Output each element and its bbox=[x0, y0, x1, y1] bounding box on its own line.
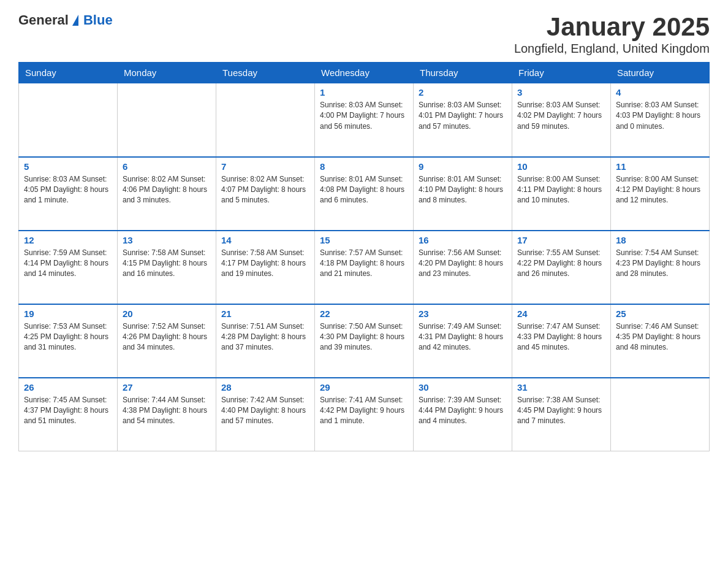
day-cell: 8Sunrise: 8:01 AM Sunset: 4:08 PM Daylig… bbox=[315, 157, 414, 231]
day-info: Sunrise: 8:03 AM Sunset: 4:02 PM Dayligh… bbox=[517, 100, 605, 132]
day-number: 1 bbox=[320, 87, 408, 98]
day-cell: 21Sunrise: 7:51 AM Sunset: 4:28 PM Dayli… bbox=[216, 304, 315, 378]
header-row: SundayMondayTuesdayWednesdayThursdayFrid… bbox=[19, 63, 710, 83]
day-info: Sunrise: 8:01 AM Sunset: 4:08 PM Dayligh… bbox=[320, 174, 408, 206]
day-cell: 28Sunrise: 7:42 AM Sunset: 4:40 PM Dayli… bbox=[216, 378, 315, 451]
week-row-2: 5Sunrise: 8:03 AM Sunset: 4:05 PM Daylig… bbox=[19, 157, 710, 231]
day-cell: 31Sunrise: 7:38 AM Sunset: 4:45 PM Dayli… bbox=[512, 378, 611, 451]
day-cell: 10Sunrise: 8:00 AM Sunset: 4:11 PM Dayli… bbox=[512, 157, 611, 231]
day-info: Sunrise: 7:58 AM Sunset: 4:17 PM Dayligh… bbox=[221, 248, 309, 280]
page-header: General Blue January 2025 Longfield, Eng… bbox=[18, 12, 710, 56]
day-cell bbox=[19, 83, 118, 157]
calendar-header: SundayMondayTuesdayWednesdayThursdayFrid… bbox=[19, 63, 710, 83]
day-info: Sunrise: 7:45 AM Sunset: 4:37 PM Dayligh… bbox=[24, 395, 112, 427]
day-number: 7 bbox=[221, 161, 309, 172]
day-cell: 2Sunrise: 8:03 AM Sunset: 4:01 PM Daylig… bbox=[414, 83, 512, 157]
day-info: Sunrise: 8:03 AM Sunset: 4:00 PM Dayligh… bbox=[320, 100, 408, 132]
header-cell-friday: Friday bbox=[512, 63, 611, 83]
day-info: Sunrise: 8:02 AM Sunset: 4:07 PM Dayligh… bbox=[221, 174, 309, 206]
day-cell: 14Sunrise: 7:58 AM Sunset: 4:17 PM Dayli… bbox=[216, 231, 315, 304]
day-info: Sunrise: 7:54 AM Sunset: 4:23 PM Dayligh… bbox=[616, 248, 704, 280]
calendar-table: SundayMondayTuesdayWednesdayThursdayFrid… bbox=[18, 62, 710, 451]
day-info: Sunrise: 7:55 AM Sunset: 4:22 PM Dayligh… bbox=[517, 248, 605, 280]
day-number: 14 bbox=[221, 235, 309, 245]
day-info: Sunrise: 7:56 AM Sunset: 4:20 PM Dayligh… bbox=[419, 248, 507, 280]
day-cell: 25Sunrise: 7:46 AM Sunset: 4:35 PM Dayli… bbox=[611, 304, 710, 378]
week-row-3: 12Sunrise: 7:59 AM Sunset: 4:14 PM Dayli… bbox=[19, 231, 710, 304]
logo: General Blue bbox=[18, 12, 113, 28]
header-cell-tuesday: Tuesday bbox=[216, 63, 315, 83]
day-cell: 9Sunrise: 8:01 AM Sunset: 4:10 PM Daylig… bbox=[414, 157, 512, 231]
day-number: 21 bbox=[221, 308, 309, 319]
day-number: 2 bbox=[419, 87, 507, 98]
day-info: Sunrise: 7:59 AM Sunset: 4:14 PM Dayligh… bbox=[24, 248, 112, 280]
day-cell: 7Sunrise: 8:02 AM Sunset: 4:07 PM Daylig… bbox=[216, 157, 315, 231]
day-number: 30 bbox=[419, 382, 507, 393]
day-number: 24 bbox=[517, 308, 605, 319]
calendar-body: 1Sunrise: 8:03 AM Sunset: 4:00 PM Daylig… bbox=[19, 83, 710, 451]
day-number: 8 bbox=[320, 161, 408, 172]
day-info: Sunrise: 7:46 AM Sunset: 4:35 PM Dayligh… bbox=[616, 321, 704, 353]
day-cell: 11Sunrise: 8:00 AM Sunset: 4:12 PM Dayli… bbox=[611, 157, 710, 231]
calendar-title: January 2025 bbox=[514, 12, 710, 42]
day-number: 17 bbox=[517, 235, 605, 245]
day-number: 26 bbox=[24, 382, 112, 393]
day-cell: 5Sunrise: 8:03 AM Sunset: 4:05 PM Daylig… bbox=[19, 157, 118, 231]
day-info: Sunrise: 8:03 AM Sunset: 4:01 PM Dayligh… bbox=[419, 100, 507, 132]
day-cell: 15Sunrise: 7:57 AM Sunset: 4:18 PM Dayli… bbox=[315, 231, 414, 304]
day-cell: 13Sunrise: 7:58 AM Sunset: 4:15 PM Dayli… bbox=[118, 231, 216, 304]
week-row-5: 26Sunrise: 7:45 AM Sunset: 4:37 PM Dayli… bbox=[19, 378, 710, 451]
day-number: 31 bbox=[517, 382, 605, 393]
day-number: 9 bbox=[419, 161, 507, 172]
day-cell: 4Sunrise: 8:03 AM Sunset: 4:03 PM Daylig… bbox=[611, 83, 710, 157]
day-number: 22 bbox=[320, 308, 408, 319]
day-info: Sunrise: 7:41 AM Sunset: 4:42 PM Dayligh… bbox=[320, 395, 408, 427]
day-cell: 17Sunrise: 7:55 AM Sunset: 4:22 PM Dayli… bbox=[512, 231, 611, 304]
day-info: Sunrise: 7:53 AM Sunset: 4:25 PM Dayligh… bbox=[24, 321, 112, 353]
day-info: Sunrise: 7:44 AM Sunset: 4:38 PM Dayligh… bbox=[123, 395, 211, 427]
day-cell: 18Sunrise: 7:54 AM Sunset: 4:23 PM Dayli… bbox=[611, 231, 710, 304]
day-cell: 20Sunrise: 7:52 AM Sunset: 4:26 PM Dayli… bbox=[118, 304, 216, 378]
day-info: Sunrise: 7:42 AM Sunset: 4:40 PM Dayligh… bbox=[221, 395, 309, 427]
day-number: 15 bbox=[320, 235, 408, 245]
calendar-subtitle: Longfield, England, United Kingdom bbox=[514, 42, 710, 56]
header-cell-thursday: Thursday bbox=[414, 63, 512, 83]
day-cell: 6Sunrise: 8:02 AM Sunset: 4:06 PM Daylig… bbox=[118, 157, 216, 231]
day-cell: 24Sunrise: 7:47 AM Sunset: 4:33 PM Dayli… bbox=[512, 304, 611, 378]
title-block: January 2025 Longfield, England, United … bbox=[514, 12, 710, 56]
day-number: 5 bbox=[24, 161, 112, 172]
day-info: Sunrise: 7:38 AM Sunset: 4:45 PM Dayligh… bbox=[517, 395, 605, 427]
header-cell-wednesday: Wednesday bbox=[315, 63, 414, 83]
day-number: 19 bbox=[24, 308, 112, 319]
day-info: Sunrise: 8:00 AM Sunset: 4:11 PM Dayligh… bbox=[517, 174, 605, 206]
day-cell: 26Sunrise: 7:45 AM Sunset: 4:37 PM Dayli… bbox=[19, 378, 118, 451]
logo-triangle-icon bbox=[72, 15, 78, 26]
day-number: 4 bbox=[616, 87, 704, 98]
day-number: 29 bbox=[320, 382, 408, 393]
day-number: 10 bbox=[517, 161, 605, 172]
day-number: 23 bbox=[419, 308, 507, 319]
day-info: Sunrise: 7:47 AM Sunset: 4:33 PM Dayligh… bbox=[517, 321, 605, 353]
day-cell bbox=[216, 83, 315, 157]
day-number: 16 bbox=[419, 235, 507, 245]
day-number: 28 bbox=[221, 382, 309, 393]
logo-blue-text: Blue bbox=[83, 12, 113, 28]
day-info: Sunrise: 7:49 AM Sunset: 4:31 PM Dayligh… bbox=[419, 321, 507, 353]
day-info: Sunrise: 7:50 AM Sunset: 4:30 PM Dayligh… bbox=[320, 321, 408, 353]
day-cell: 12Sunrise: 7:59 AM Sunset: 4:14 PM Dayli… bbox=[19, 231, 118, 304]
day-cell: 16Sunrise: 7:56 AM Sunset: 4:20 PM Dayli… bbox=[414, 231, 512, 304]
day-cell: 1Sunrise: 8:03 AM Sunset: 4:00 PM Daylig… bbox=[315, 83, 414, 157]
day-cell: 30Sunrise: 7:39 AM Sunset: 4:44 PM Dayli… bbox=[414, 378, 512, 451]
day-info: Sunrise: 7:58 AM Sunset: 4:15 PM Dayligh… bbox=[123, 248, 211, 280]
day-number: 3 bbox=[517, 87, 605, 98]
day-cell: 23Sunrise: 7:49 AM Sunset: 4:31 PM Dayli… bbox=[414, 304, 512, 378]
day-number: 27 bbox=[123, 382, 211, 393]
day-info: Sunrise: 8:03 AM Sunset: 4:03 PM Dayligh… bbox=[616, 100, 704, 132]
day-info: Sunrise: 7:57 AM Sunset: 4:18 PM Dayligh… bbox=[320, 248, 408, 280]
day-info: Sunrise: 7:52 AM Sunset: 4:26 PM Dayligh… bbox=[123, 321, 211, 353]
day-cell: 27Sunrise: 7:44 AM Sunset: 4:38 PM Dayli… bbox=[118, 378, 216, 451]
day-number: 20 bbox=[123, 308, 211, 319]
day-cell: 3Sunrise: 8:03 AM Sunset: 4:02 PM Daylig… bbox=[512, 83, 611, 157]
day-number: 12 bbox=[24, 235, 112, 245]
day-info: Sunrise: 8:00 AM Sunset: 4:12 PM Dayligh… bbox=[616, 174, 704, 206]
